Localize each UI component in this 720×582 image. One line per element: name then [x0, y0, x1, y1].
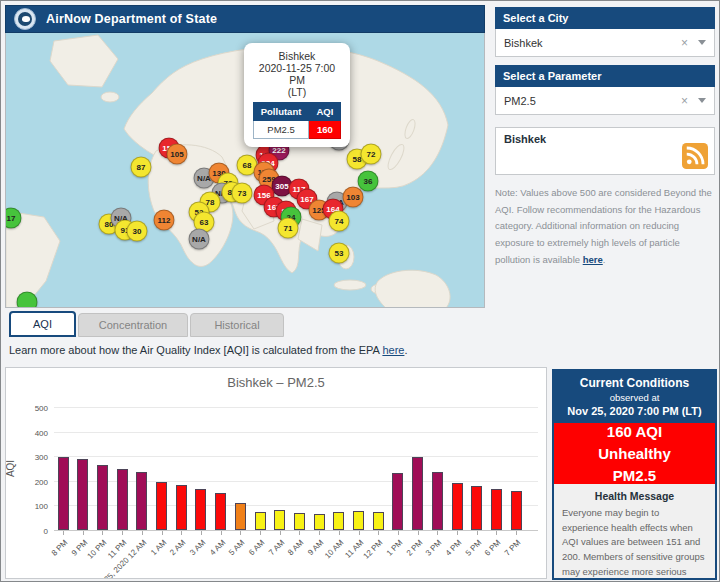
chart-gridline [54, 432, 538, 433]
tab-aqi[interactable]: AQI [9, 311, 76, 337]
chart-y-tick-label: 300 [18, 453, 48, 462]
chart-bar[interactable] [333, 512, 344, 530]
chart-y-tick-label: 0 [18, 527, 48, 536]
conditions-aqi-value: 160 AQI [554, 423, 715, 440]
note-suffix: . [603, 254, 606, 265]
chart-bar[interactable] [511, 491, 522, 530]
city-dropdown-caret-icon[interactable] [698, 40, 706, 45]
chart-plot-area: 8 PM9 PM10 PM11 PMNov 25, 2020 12 AM1 AM… [54, 408, 538, 531]
current-conditions-panel: Current Conditions observed at Nov 25, 2… [552, 369, 717, 580]
tab-concentration[interactable]: Concentration [78, 313, 188, 337]
left-column: AirNow Department of State 1780N/A913087… [5, 5, 485, 308]
conditions-aqi-block: 160 AQI Unhealthy PM2.5 [554, 423, 715, 484]
health-message-title: Health Message [562, 490, 707, 502]
chart-bar[interactable] [117, 469, 128, 531]
chart-x-tick [83, 531, 84, 535]
popup-col-aqi: AQI [309, 103, 341, 121]
chart-bar[interactable] [215, 493, 226, 530]
chart-bar[interactable] [176, 485, 187, 531]
chart-gridline [54, 407, 538, 408]
popup-datetime: 2020-11-25 7:00 PM [250, 62, 344, 86]
aqi-marker[interactable]: 112 [154, 210, 175, 231]
chart-bar[interactable] [195, 489, 206, 530]
aqi-chart-panel: Bishkek – PM2.5 AQI 0100200300400500 8 P… [5, 367, 547, 579]
chart-bar[interactable] [373, 512, 384, 530]
chart-y-tick-label: 400 [18, 429, 48, 438]
conditions-observed-label: observed at [558, 392, 711, 403]
chart-x-tick [437, 531, 438, 535]
world-map[interactable]: 1780N/A913087155105112N/A13073N/A8873785… [5, 33, 485, 308]
chart-x-tick [398, 531, 399, 535]
chart-x-tick [378, 531, 379, 535]
chart-bar[interactable] [471, 486, 482, 530]
parameter-clear-icon[interactable]: × [681, 94, 688, 108]
chart-x-tick [63, 531, 64, 535]
feed-box: Bishkek [495, 127, 715, 175]
parameter-widget: Select a Parameter PM2.5 × [495, 65, 715, 115]
chart-x-tick [102, 531, 103, 535]
chart-x-tick [181, 531, 182, 535]
aqi-marker[interactable]: 105 [167, 144, 188, 165]
chart-x-tick [122, 531, 123, 535]
chart-x-tick [260, 531, 261, 535]
tab-historical[interactable]: Historical [190, 313, 284, 337]
chart-bar[interactable] [97, 465, 108, 530]
chart-gridline [54, 530, 538, 531]
chart-bar[interactable] [412, 457, 423, 530]
department-of-state-seal-icon [14, 8, 36, 30]
aqi-marker[interactable]: 73 [232, 183, 253, 204]
aqi-marker[interactable]: 72 [361, 144, 382, 165]
city-select[interactable]: Bishkek × [495, 29, 715, 57]
chart-bar[interactable] [136, 472, 147, 530]
chart-bar[interactable] [353, 511, 364, 530]
parameter-dropdown-caret-icon[interactable] [698, 98, 706, 103]
aqi-marker[interactable]: 103 [343, 187, 364, 208]
app-title: AirNow Department of State [46, 12, 217, 26]
conditions-title: Current Conditions [558, 376, 711, 390]
parameter-select[interactable]: PM2.5 × [495, 87, 715, 115]
chart-bar[interactable] [392, 473, 403, 530]
chart-bar[interactable] [452, 483, 463, 530]
chart-x-tick [477, 531, 478, 535]
aqi-marker[interactable]: 36 [358, 171, 379, 192]
chart-x-tick [142, 531, 143, 535]
aqi-marker[interactable]: 53 [329, 243, 350, 264]
chart-x-tick [339, 531, 340, 535]
city-clear-icon[interactable]: × [681, 36, 688, 50]
chart-x-tick [299, 531, 300, 535]
conditions-pollutant: PM2.5 [554, 467, 715, 484]
popup-aqi-table: Pollutant AQI PM2.5 160 [253, 102, 342, 139]
popup-col-pollutant: Pollutant [253, 103, 309, 121]
chart-bar[interactable] [294, 513, 305, 530]
learn-more-here-link[interactable]: here [382, 344, 404, 356]
chart-bar[interactable] [274, 510, 285, 530]
learn-more-suffix: . [404, 344, 407, 356]
health-message-body: Everyone may begin to experience health … [562, 506, 707, 582]
chart-bar[interactable] [255, 512, 266, 530]
aqi-marker[interactable]: N/A [189, 229, 210, 250]
aqi-marker[interactable] [17, 292, 38, 309]
aqi-marker[interactable]: 87 [131, 157, 152, 178]
chart-bar[interactable] [314, 514, 325, 530]
chart-bar[interactable] [156, 482, 167, 530]
aqi-marker[interactable]: 74 [329, 211, 350, 232]
note-here-link[interactable]: here [583, 254, 603, 265]
map-popup[interactable]: Bishkek 2020-11-25 7:00 PM (LT) Pollutan… [244, 43, 350, 147]
popup-timezone: (LT) [250, 86, 344, 98]
learn-more-prefix: Learn more about how the Air Quality Ind… [9, 344, 382, 356]
beyond-aqi-note: Note: Values above 500 are considered Be… [495, 185, 715, 268]
app-header: AirNow Department of State [5, 5, 485, 33]
parameter-select-value: PM2.5 [504, 95, 681, 107]
chart-bar[interactable] [491, 489, 502, 530]
parameter-widget-header: Select a Parameter [495, 65, 715, 87]
chart-bar[interactable] [58, 457, 69, 530]
aqi-marker[interactable]: 30 [127, 221, 148, 242]
chart-x-tick [240, 531, 241, 535]
chart-bar[interactable] [77, 459, 88, 530]
aqi-marker[interactable]: 71 [278, 218, 299, 239]
chart-x-tick [201, 531, 202, 535]
chart-x-tick [457, 531, 458, 535]
chart-bar[interactable] [235, 503, 246, 530]
chart-bar[interactable] [432, 472, 443, 530]
rss-icon[interactable] [682, 143, 708, 169]
